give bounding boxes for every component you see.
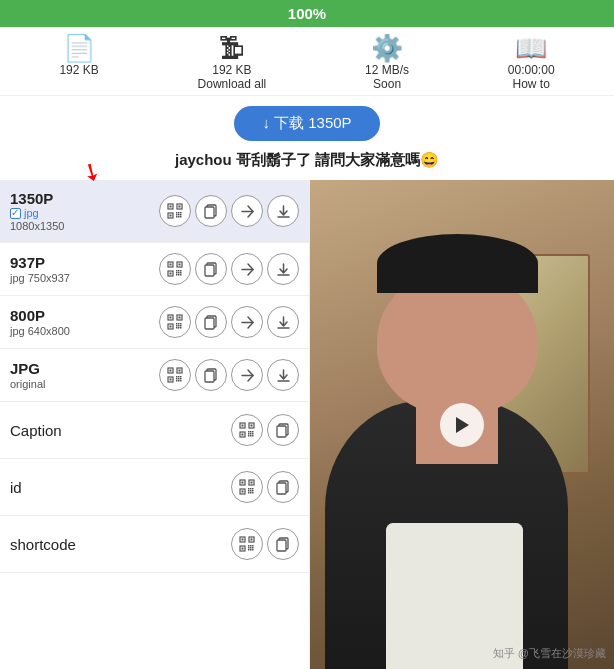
svg-rect-100 [252, 490, 254, 492]
copy-btn-id[interactable] [267, 471, 299, 503]
download-icon-937p [276, 262, 291, 277]
copy-btn-1350p[interactable] [195, 195, 227, 227]
download-icon-1350p [276, 204, 291, 219]
svg-rect-57 [179, 370, 181, 372]
res-actions-937p [159, 253, 299, 285]
svg-rect-90 [242, 482, 244, 484]
photo-container [310, 180, 614, 669]
svg-rect-113 [250, 545, 252, 547]
stat-size1: 📄 192 KB [59, 35, 98, 77]
svg-rect-118 [248, 549, 250, 551]
svg-rect-103 [252, 492, 254, 494]
svg-rect-73 [242, 425, 244, 427]
svg-rect-19 [170, 264, 172, 266]
download-btn-937p[interactable] [267, 253, 299, 285]
stat-speed-value: 12 MB/s [365, 63, 409, 77]
share-btn-937p[interactable] [231, 253, 263, 285]
qr-btn-jpg[interactable] [159, 359, 191, 391]
download-btn-jpg[interactable] [267, 359, 299, 391]
res-type-1350p: jpg [24, 207, 39, 219]
copy-btn-shortcode[interactable] [267, 528, 299, 560]
svg-rect-95 [248, 488, 250, 490]
play-button[interactable] [440, 403, 484, 447]
svg-rect-77 [242, 434, 244, 436]
res-item-jpg[interactable]: JPG original [0, 349, 309, 402]
qr-btn-id[interactable] [231, 471, 263, 503]
main-content: ➘ 1350P jpg 1080x1350 [0, 180, 614, 669]
resolution-list: ➘ 1350P jpg 1080x1350 [0, 180, 310, 669]
share-btn-1350p[interactable] [231, 195, 263, 227]
hair [377, 234, 538, 293]
res-label-jpg: JPG original [10, 360, 159, 390]
shortcode-actions [231, 528, 299, 560]
svg-rect-64 [178, 378, 180, 380]
svg-rect-83 [252, 433, 254, 435]
shortcode-label: shortcode [10, 536, 231, 553]
res-item-937p[interactable]: 937P jpg 750x937 [0, 243, 309, 296]
copy-btn-800p[interactable] [195, 306, 227, 338]
copy-btn-937p[interactable] [195, 253, 227, 285]
download-btn-800p[interactable] [267, 306, 299, 338]
qr-icon-jpg [167, 367, 183, 383]
res-item-1350p[interactable]: ➘ 1350P jpg 1080x1350 [0, 180, 309, 243]
share-icon-800p [240, 315, 255, 330]
svg-rect-63 [176, 378, 178, 380]
qr-btn-shortcode[interactable] [231, 528, 263, 560]
res-item-800p[interactable]: 800P jpg 640x800 [0, 296, 309, 349]
svg-rect-6 [176, 212, 178, 214]
svg-rect-67 [178, 380, 180, 382]
svg-rect-41 [170, 326, 172, 328]
svg-rect-8 [180, 212, 182, 214]
share-btn-jpg[interactable] [231, 359, 263, 391]
svg-rect-1 [170, 206, 172, 208]
stat-size2-value: 192 KB [212, 63, 251, 77]
copy-icon-1350p [204, 204, 219, 219]
copy-icon-937p [204, 262, 219, 277]
download-btn-1350p[interactable] [267, 195, 299, 227]
copy-icon-id [276, 480, 291, 495]
svg-rect-21 [179, 264, 181, 266]
copy-btn-caption[interactable] [267, 414, 299, 446]
svg-rect-25 [178, 270, 180, 272]
info-item-caption[interactable]: Caption [0, 402, 309, 459]
qr-icon-id [239, 479, 255, 495]
stat-download-all[interactable]: 🗜 192 KB Download all [198, 35, 267, 91]
res-dims-800p: jpg 640x800 [10, 325, 159, 337]
svg-rect-116 [250, 547, 252, 549]
stat-howto[interactable]: 📖 00:00:00 How to [508, 35, 555, 91]
copy-icon-shortcode [276, 537, 291, 552]
qr-btn-caption[interactable] [231, 414, 263, 446]
copy-btn-jpg[interactable] [195, 359, 227, 391]
copy-icon-caption [276, 423, 291, 438]
svg-rect-3 [179, 206, 181, 208]
svg-rect-61 [178, 376, 180, 378]
download-all-label: Download all [198, 77, 267, 91]
svg-rect-10 [178, 214, 180, 216]
svg-rect-119 [250, 549, 252, 551]
svg-rect-112 [248, 545, 250, 547]
svg-rect-66 [176, 380, 178, 382]
qr-btn-800p[interactable] [159, 306, 191, 338]
info-item-id[interactable]: id [0, 459, 309, 516]
share-btn-800p[interactable] [231, 306, 263, 338]
soon-label1: Soon [373, 77, 401, 91]
svg-rect-82 [250, 433, 252, 435]
progress-bar: 100% [0, 0, 614, 27]
svg-rect-14 [180, 216, 182, 218]
qr-btn-937p[interactable] [159, 253, 191, 285]
svg-rect-24 [176, 270, 178, 272]
svg-rect-39 [179, 317, 181, 319]
info-item-shortcode[interactable]: shortcode [0, 516, 309, 573]
svg-rect-52 [205, 318, 214, 329]
svg-rect-68 [180, 380, 182, 382]
svg-rect-28 [178, 272, 180, 274]
svg-rect-46 [178, 325, 180, 327]
download-1350p-button[interactable]: ↓ 下载 1350P [234, 106, 379, 141]
svg-rect-50 [180, 327, 182, 329]
share-icon-jpg [240, 368, 255, 383]
svg-rect-47 [180, 325, 182, 327]
res-label-1350p: 1350P jpg 1080x1350 [10, 190, 159, 232]
svg-rect-55 [170, 370, 172, 372]
qr-btn-1350p[interactable] [159, 195, 191, 227]
res-dims-1350p: 1080x1350 [10, 220, 159, 232]
